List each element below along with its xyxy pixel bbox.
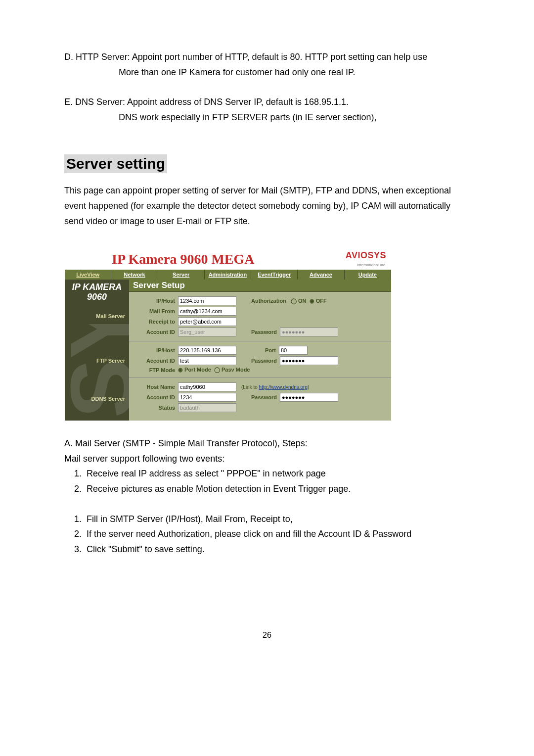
ddns-hostname-input[interactable]: [178, 382, 236, 391]
text: Mail server support following two events…: [64, 454, 224, 464]
auth-on-radio[interactable]: ◯ ON: [289, 298, 307, 304]
logo-subtext: International Inc.: [357, 263, 386, 267]
text: DNS work especially in FTP SERVER parts …: [119, 112, 377, 122]
mail-from-input[interactable]: [178, 307, 236, 316]
paragraph-e: E. DNS Server: Appoint address of DNS Se…: [64, 94, 470, 125]
text: ): [308, 384, 309, 390]
label-account: Account ID: [133, 394, 178, 400]
label-account: Account ID: [133, 358, 178, 364]
svg-text:IOSYS: IOSYS: [65, 324, 129, 421]
ftp-pasvmode-radio[interactable]: ◯ Pasv Mode: [211, 367, 250, 373]
ddns-server-section: Host Name (Link to http://www.dyndns.org…: [129, 378, 391, 417]
label-on: ON: [298, 298, 307, 304]
sidebar-label-mail: Mail Server: [65, 313, 129, 319]
page-number: 26: [64, 631, 470, 640]
label-password: Password: [236, 394, 280, 400]
label-account: Account ID: [133, 329, 178, 335]
ftp-password-input[interactable]: [280, 356, 338, 365]
mail-server-intro: A. Mail Server (SMTP - Simple Mail Trans…: [64, 436, 470, 466]
label-status: Status: [133, 405, 178, 411]
list-item: Receive pictures as enable Motion detect…: [84, 481, 470, 497]
label-iphost: IP/Host: [133, 298, 178, 304]
ddns-account-input[interactable]: [178, 393, 236, 402]
sidebar-title-line1: IP KAMERA: [72, 282, 122, 292]
mail-receipt-input[interactable]: [178, 317, 236, 326]
mail-password-input[interactable]: [280, 328, 338, 336]
label-iphost: IP/Host: [133, 347, 178, 353]
paragraph-d: D. HTTP Server: Appoint port number of H…: [64, 49, 470, 80]
ddns-status-input: [178, 403, 236, 412]
label-hostname: Host Name: [133, 384, 178, 390]
sidebar-watermark-icon: IOSYS: [65, 324, 129, 421]
ftp-port-input[interactable]: [279, 346, 308, 355]
intro-text: This page can appoint proper setting of …: [64, 183, 470, 229]
sidebar-label-ddns: DDNS Server: [65, 396, 129, 402]
ftp-iphost-input[interactable]: [178, 346, 236, 355]
events-list: Receive real IP address as select " PPPO…: [64, 466, 470, 496]
text: (Link to: [241, 384, 259, 390]
label-authorization: Authorization: [236, 298, 289, 304]
logo-text: AVIOSYS: [346, 250, 386, 260]
tab-update[interactable]: Update: [345, 270, 391, 280]
ftp-portmode-radio[interactable]: ◉ Port Mode: [178, 367, 211, 373]
tab-server[interactable]: Server: [158, 270, 205, 280]
ddns-password-input[interactable]: [280, 393, 338, 402]
tab-administration[interactable]: Administration: [205, 270, 251, 280]
label-mailfrom: Mail From: [133, 308, 178, 314]
panel-title: Server Setup: [129, 280, 391, 292]
auth-off-radio[interactable]: ◉ OFF: [307, 298, 327, 304]
sidebar: IP KAMERA 9060 IOSYS Mail Server FTP Ser…: [65, 280, 129, 421]
tab-liveview[interactable]: LiveView: [65, 270, 111, 280]
sidebar-title-line2: 9060: [87, 292, 107, 302]
main-panel: Server Setup IP/Host Authorization ◯ ON …: [129, 280, 391, 421]
label-off: OFF: [316, 298, 327, 304]
label-receipt: Receipt to: [133, 319, 178, 325]
text: A. Mail Server (SMTP - Simple Mail Trans…: [64, 438, 308, 448]
ftp-account-input[interactable]: [178, 356, 236, 365]
dyndns-link-text: (Link to http://www.dyndns.org): [236, 384, 309, 390]
label-ftpmode: FTP Mode: [133, 367, 178, 373]
steps-list: Fill in SMTP Server (IP/Host), Mail From…: [64, 512, 470, 557]
text: More than one IP Kamera for customer had…: [119, 67, 356, 77]
tab-advance[interactable]: Advance: [298, 270, 344, 280]
label-port: Port: [236, 347, 279, 353]
mail-server-section: IP/Host Authorization ◯ ON ◉ OFF Mail Fr…: [129, 292, 391, 341]
list-item: Fill in SMTP Server (IP/Host), Mail From…: [84, 512, 470, 527]
text: D. HTTP Server: Appoint port number of H…: [64, 52, 427, 62]
list-item: Receive real IP address as select " PPPO…: [84, 466, 470, 481]
screenshot-title: IP Kamera 9060 MEGA: [112, 251, 255, 267]
mail-account-input[interactable]: [178, 328, 236, 336]
label-password: Password: [236, 329, 280, 335]
mail-iphost-input[interactable]: [178, 296, 236, 305]
tab-network[interactable]: Network: [111, 270, 158, 280]
sidebar-label-ftp: FTP Server: [65, 358, 129, 364]
tab-row: LiveView Network Server Administration E…: [65, 270, 391, 280]
label-portmode: Port Mode: [184, 367, 211, 373]
tab-eventtrigger[interactable]: EventTrigger: [251, 270, 298, 280]
label-password: Password: [236, 358, 280, 364]
list-item: Click "Submit" to save setting.: [84, 542, 470, 557]
aviosys-logo: AVIOSYS International Inc.: [346, 251, 386, 268]
text: E. DNS Server: Appoint address of DNS Se…: [64, 97, 349, 107]
server-setup-screenshot: IP Kamera 9060 MEGA AVIOSYS Internationa…: [64, 248, 392, 421]
label-pasvmode: Pasv Mode: [222, 367, 250, 373]
section-heading: Server setting: [64, 154, 167, 173]
list-item: If the server need Authorization, please…: [84, 526, 470, 542]
ftp-server-section: IP/Host Port Account ID Password FTP Mod…: [129, 341, 391, 378]
dyndns-link[interactable]: http://www.dyndns.org: [259, 384, 308, 390]
